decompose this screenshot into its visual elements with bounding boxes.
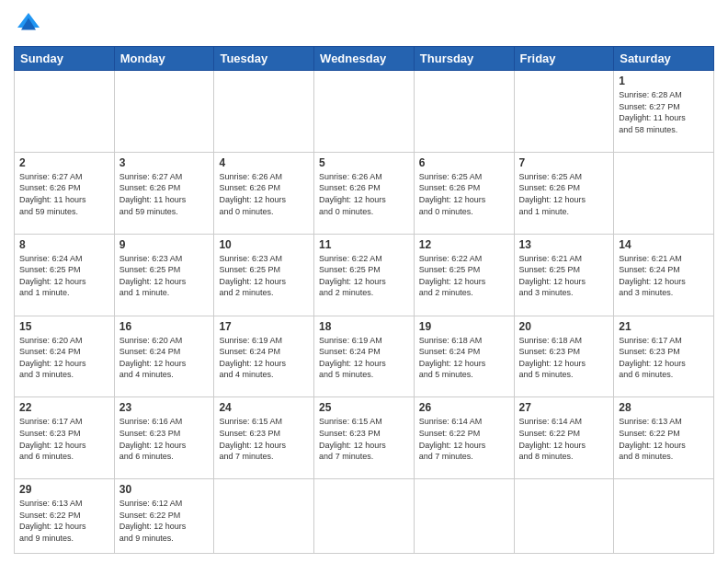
day-info: Sunrise: 6:19 AM Sunset: 6:24 PM Dayligh… [219, 335, 309, 381]
day-number: 17 [219, 320, 309, 333]
day-cell: 25Sunrise: 6:15 AM Sunset: 6:23 PM Dayli… [314, 397, 415, 479]
day-info: Sunrise: 6:17 AM Sunset: 6:23 PM Dayligh… [619, 335, 709, 381]
day-number: 15 [19, 320, 109, 333]
day-cell: 29Sunrise: 6:13 AM Sunset: 6:22 PM Dayli… [15, 479, 115, 554]
day-cell: 24Sunrise: 6:15 AM Sunset: 6:23 PM Dayli… [214, 397, 314, 479]
day-cell: 17Sunrise: 6:19 AM Sunset: 6:24 PM Dayli… [214, 316, 314, 397]
day-info: Sunrise: 6:15 AM Sunset: 6:23 PM Dayligh… [219, 416, 309, 462]
day-info: Sunrise: 6:12 AM Sunset: 6:22 PM Dayligh… [119, 498, 210, 544]
day-number: 12 [419, 238, 509, 251]
day-number: 1 [619, 75, 709, 87]
day-number: 4 [219, 156, 309, 169]
day-number: 9 [119, 238, 210, 251]
day-of-week-header: Monday [114, 47, 214, 71]
day-number: 26 [419, 401, 509, 414]
day-cell: 7Sunrise: 6:25 AM Sunset: 6:26 PM Daylig… [514, 152, 614, 234]
day-number: 6 [419, 156, 509, 169]
day-cell: 16Sunrise: 6:20 AM Sunset: 6:24 PM Dayli… [114, 316, 214, 397]
calendar-week-row: 8Sunrise: 6:24 AM Sunset: 6:25 PM Daylig… [15, 234, 714, 316]
day-info: Sunrise: 6:24 AM Sunset: 6:25 PM Dayligh… [19, 253, 109, 299]
day-number: 11 [319, 238, 409, 251]
day-cell: 28Sunrise: 6:13 AM Sunset: 6:22 PM Dayli… [614, 397, 714, 479]
day-cell: 12Sunrise: 6:22 AM Sunset: 6:25 PM Dayli… [414, 234, 514, 316]
day-cell: 26Sunrise: 6:14 AM Sunset: 6:22 PM Dayli… [414, 397, 514, 479]
day-cell: 4Sunrise: 6:26 AM Sunset: 6:26 PM Daylig… [214, 152, 314, 234]
day-number: 29 [19, 483, 109, 496]
day-info: Sunrise: 6:21 AM Sunset: 6:24 PM Dayligh… [619, 253, 709, 299]
page: SundayMondayTuesdayWednesdayThursdayFrid… [0, 0, 728, 563]
day-info: Sunrise: 6:26 AM Sunset: 6:26 PM Dayligh… [319, 171, 409, 217]
day-cell: 15Sunrise: 6:20 AM Sunset: 6:24 PM Dayli… [15, 316, 115, 397]
header [14, 9, 714, 39]
day-cell: 27Sunrise: 6:14 AM Sunset: 6:22 PM Dayli… [514, 397, 614, 479]
day-info: Sunrise: 6:28 AM Sunset: 6:27 PM Dayligh… [619, 89, 709, 135]
empty-day-cell [314, 71, 415, 153]
empty-day-cell [414, 479, 514, 554]
day-cell: 21Sunrise: 6:17 AM Sunset: 6:23 PM Dayli… [614, 316, 714, 397]
day-info: Sunrise: 6:27 AM Sunset: 6:26 PM Dayligh… [119, 171, 210, 217]
day-info: Sunrise: 6:19 AM Sunset: 6:24 PM Dayligh… [319, 335, 409, 381]
day-number: 13 [519, 238, 609, 251]
day-info: Sunrise: 6:21 AM Sunset: 6:25 PM Dayligh… [519, 253, 609, 299]
day-number: 3 [119, 156, 210, 169]
day-number: 10 [219, 238, 309, 251]
day-of-week-header: Tuesday [214, 47, 314, 71]
day-number: 18 [319, 320, 409, 333]
day-info: Sunrise: 6:25 AM Sunset: 6:26 PM Dayligh… [419, 171, 509, 217]
empty-day-cell [214, 479, 314, 554]
day-info: Sunrise: 6:22 AM Sunset: 6:25 PM Dayligh… [419, 253, 509, 299]
day-number: 16 [119, 320, 210, 333]
day-cell: 5Sunrise: 6:26 AM Sunset: 6:26 PM Daylig… [314, 152, 415, 234]
day-number: 19 [419, 320, 509, 333]
day-number: 28 [619, 401, 709, 414]
day-of-week-header: Sunday [15, 47, 115, 71]
empty-day-cell [614, 479, 714, 554]
day-info: Sunrise: 6:17 AM Sunset: 6:23 PM Dayligh… [19, 416, 109, 462]
day-number: 2 [19, 156, 109, 169]
day-info: Sunrise: 6:20 AM Sunset: 6:24 PM Dayligh… [19, 335, 109, 381]
empty-day-cell [15, 71, 115, 153]
day-info: Sunrise: 6:14 AM Sunset: 6:22 PM Dayligh… [419, 416, 509, 462]
empty-day-cell [314, 479, 415, 554]
day-cell: 10Sunrise: 6:23 AM Sunset: 6:25 PM Dayli… [214, 234, 314, 316]
day-info: Sunrise: 6:23 AM Sunset: 6:25 PM Dayligh… [219, 253, 309, 299]
day-number: 5 [319, 156, 409, 169]
day-number: 21 [619, 320, 709, 333]
day-info: Sunrise: 6:22 AM Sunset: 6:25 PM Dayligh… [319, 253, 409, 299]
day-cell [614, 152, 714, 234]
empty-day-cell [114, 71, 214, 153]
day-cell: 3Sunrise: 6:27 AM Sunset: 6:26 PM Daylig… [114, 152, 214, 234]
day-number: 20 [519, 320, 609, 333]
day-of-week-header: Thursday [414, 47, 514, 71]
day-info: Sunrise: 6:18 AM Sunset: 6:23 PM Dayligh… [519, 335, 609, 381]
day-info: Sunrise: 6:18 AM Sunset: 6:24 PM Dayligh… [419, 335, 509, 381]
logo [14, 9, 47, 39]
day-info: Sunrise: 6:14 AM Sunset: 6:22 PM Dayligh… [519, 416, 609, 462]
calendar-week-row: 15Sunrise: 6:20 AM Sunset: 6:24 PM Dayli… [15, 316, 714, 397]
calendar-week-row: 29Sunrise: 6:13 AM Sunset: 6:22 PM Dayli… [15, 479, 714, 554]
day-number: 30 [119, 483, 210, 496]
empty-day-cell [514, 71, 614, 153]
day-info: Sunrise: 6:27 AM Sunset: 6:26 PM Dayligh… [19, 171, 109, 217]
day-cell: 19Sunrise: 6:18 AM Sunset: 6:24 PM Dayli… [414, 316, 514, 397]
day-of-week-header: Friday [514, 47, 614, 71]
day-cell: 8Sunrise: 6:24 AM Sunset: 6:25 PM Daylig… [15, 234, 115, 316]
day-cell: 14Sunrise: 6:21 AM Sunset: 6:24 PM Dayli… [614, 234, 714, 316]
day-info: Sunrise: 6:25 AM Sunset: 6:26 PM Dayligh… [519, 171, 609, 217]
day-cell: 23Sunrise: 6:16 AM Sunset: 6:23 PM Dayli… [114, 397, 214, 479]
day-cell: 1Sunrise: 6:28 AM Sunset: 6:27 PM Daylig… [614, 71, 714, 153]
day-number: 22 [19, 401, 109, 414]
day-cell: 11Sunrise: 6:22 AM Sunset: 6:25 PM Dayli… [314, 234, 415, 316]
calendar-week-row: 1Sunrise: 6:28 AM Sunset: 6:27 PM Daylig… [15, 71, 714, 153]
day-of-week-header: Wednesday [314, 47, 415, 71]
empty-day-cell [414, 71, 514, 153]
empty-day-cell [214, 71, 314, 153]
day-number: 23 [119, 401, 210, 414]
day-number: 24 [219, 401, 309, 414]
day-cell: 13Sunrise: 6:21 AM Sunset: 6:25 PM Dayli… [514, 234, 614, 316]
calendar-table: SundayMondayTuesdayWednesdayThursdayFrid… [14, 46, 714, 554]
day-cell: 9Sunrise: 6:23 AM Sunset: 6:25 PM Daylig… [114, 234, 214, 316]
day-info: Sunrise: 6:13 AM Sunset: 6:22 PM Dayligh… [619, 416, 709, 462]
day-info: Sunrise: 6:13 AM Sunset: 6:22 PM Dayligh… [19, 498, 109, 544]
day-info: Sunrise: 6:20 AM Sunset: 6:24 PM Dayligh… [119, 335, 210, 381]
